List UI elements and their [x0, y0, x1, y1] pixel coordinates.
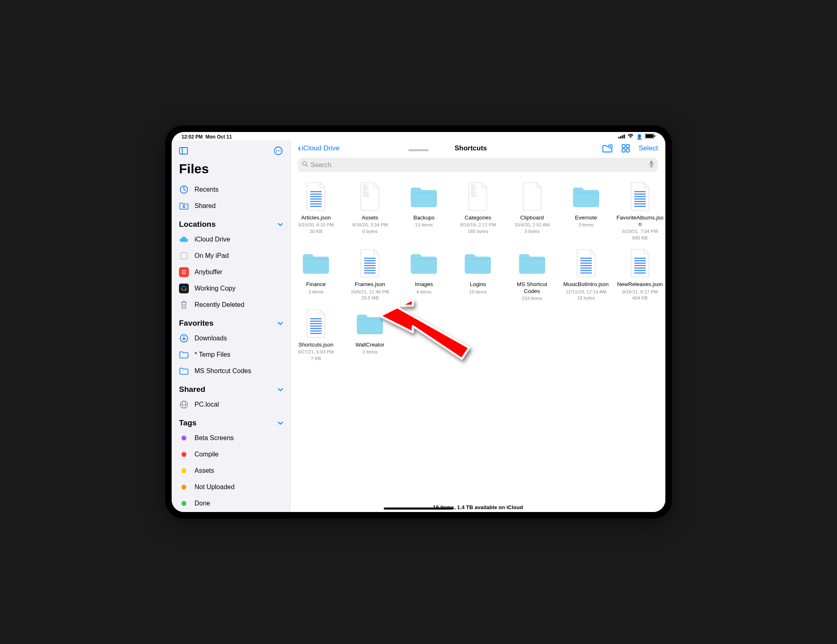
sidebar-item--temp-files[interactable]: * Temp Files [172, 347, 290, 363]
folder-icon [355, 309, 385, 338]
file-icon [463, 182, 492, 211]
search-input[interactable] [311, 161, 647, 169]
view-mode-button[interactable] [622, 144, 630, 152]
status-time: 12:02 PM [181, 134, 203, 140]
file-item[interactable]: Categories8/15/19, 2:11 PM165 bytes [454, 182, 501, 241]
tag-icon [179, 466, 189, 476]
sidebar-item-icloud-drive[interactable]: iCloud Drive [172, 231, 290, 248]
file-name: Clipboard [520, 215, 544, 221]
file-item[interactable]: Evernote3 items [562, 182, 610, 241]
chevron-down-icon [278, 221, 283, 228]
sidebar-item-label: Working Copy [195, 285, 235, 292]
sidebar-item-label: Compile [195, 451, 219, 458]
section-title: Locations [179, 220, 216, 229]
mic-icon[interactable] [649, 161, 654, 169]
file-meta: 4 items [416, 289, 432, 295]
sidebar-item-anybuffer[interactable]: Anybuffer [172, 264, 290, 280]
sidebar-section-locations[interactable]: Locations [172, 214, 290, 231]
file-meta: 10 items [469, 289, 487, 295]
folder-icon [301, 248, 331, 278]
file-item[interactable]: Images4 items [400, 248, 448, 302]
svg-rect-2 [622, 135, 623, 139]
file-name: Backups [413, 215, 434, 221]
folder-icon [571, 182, 601, 211]
file-item[interactable]: MS Shortcut Codes233 items [508, 248, 556, 302]
status-date: Mon Oct 11 [206, 134, 232, 140]
sidebar-item-label: On My iPad [195, 252, 229, 259]
sidebar-item-working-copy[interactable]: Working Copy [172, 280, 290, 297]
svg-rect-33 [626, 145, 629, 148]
svg-rect-34 [622, 149, 625, 152]
sidebar: Files RecentsShared LocationsiCloud Driv… [172, 141, 290, 512]
select-button[interactable]: Select [639, 144, 658, 152]
file-item[interactable]: Shortcuts.json9/27/21, 6:03 PM7 KB [292, 309, 340, 362]
sidebar-section-tags[interactable]: Tags [172, 413, 290, 430]
file-item[interactable]: MusicBotIntro.json12/11/19, 12:14 AM16 b… [562, 248, 610, 302]
sidebar-item-downloads[interactable]: Downloads [172, 330, 290, 347]
file-name: MusicBotIntro.json [563, 281, 609, 288]
sidebar-item-recents[interactable]: Recents [172, 181, 290, 198]
file-meta: 9/16/21, 6:17 PM404 KB [622, 289, 658, 302]
tag-icon [179, 449, 189, 459]
file-item[interactable]: WallCreator2 items [346, 309, 394, 362]
file-name: MS Shortcut Codes [508, 281, 556, 294]
multitask-pill[interactable] [408, 149, 429, 151]
search-field[interactable] [298, 158, 658, 172]
sidebar-item-beta-screens[interactable]: Beta Screens [172, 430, 290, 446]
file-meta: 5/15/20, 4:10 PM20 KB [298, 222, 334, 235]
sidebar-item-label: PC.local [195, 401, 219, 408]
file-name: Finance [306, 281, 326, 288]
folder-icon [409, 248, 439, 278]
file-name: Images [415, 281, 433, 288]
file-item[interactable]: NewReleases.json9/16/21, 6:17 PM404 KB [616, 248, 664, 302]
sidebar-toggle-button[interactable] [179, 147, 188, 157]
app-container: Files RecentsShared LocationsiCloud Driv… [172, 141, 665, 512]
home-indicator[interactable] [384, 508, 453, 510]
section-title: Shared [179, 385, 205, 394]
sidebar-section-shared[interactable]: Shared [172, 379, 290, 396]
sidebar-item-ms-shortcut-codes[interactable]: MS Shortcut Codes [172, 363, 290, 379]
sidebar-item-assets[interactable]: Assets [172, 463, 290, 479]
chevron-left-icon: ‹ [298, 143, 301, 154]
svg-rect-7 [179, 148, 188, 154]
folder-icon [517, 248, 547, 278]
file-meta: 233 items [522, 295, 542, 302]
svg-line-37 [306, 165, 308, 167]
toolbar: ‹ iCloud Drive Shortcuts Select [291, 141, 665, 155]
sidebar-item-pc-local[interactable]: PC.local [172, 396, 290, 413]
sidebar-item-not-uploaded[interactable]: Not Uploaded [172, 479, 290, 495]
sidebar-item-label: Done [195, 500, 210, 507]
file-item[interactable]: Logins10 items [454, 248, 501, 302]
main-content: ‹ iCloud Drive Shortcuts Select Articles… [290, 141, 665, 512]
back-button[interactable]: ‹ iCloud Drive [298, 143, 340, 154]
file-item[interactable]: Backups13 items [400, 182, 448, 241]
file-name: FavoriteAlbums.json [616, 215, 664, 228]
sidebar-item-on-my-ipad[interactable]: On My iPad [172, 248, 290, 264]
sidebar-item-compile[interactable]: Compile [172, 446, 290, 463]
file-item[interactable]: Clipboard10/4/20, 2:52 AM3 bytes [508, 182, 556, 241]
file-item[interactable]: Articles.json5/15/20, 4:10 PM20 KB [292, 182, 340, 241]
file-item[interactable]: Finance3 items [292, 248, 340, 302]
sidebar-item-shared[interactable]: Shared [172, 198, 290, 214]
sidebar-item-label: Assets [195, 467, 214, 474]
file-name: Assets [362, 215, 378, 221]
file-meta: 10/4/20, 2:52 AM3 bytes [514, 222, 550, 235]
file-name: Articles.json [301, 215, 331, 221]
svg-point-14 [183, 205, 185, 207]
sidebar-item-recently-deleted[interactable]: Recently Deleted [172, 297, 290, 313]
svg-rect-5 [646, 134, 653, 138]
file-item[interactable]: Frames.json10/6/21, 11:40 PM29.5 MB [346, 248, 394, 302]
folder-icon [179, 366, 189, 376]
sidebar-item-label: * Temp Files [195, 351, 231, 358]
sidebar-item-label: Recently Deleted [195, 301, 244, 309]
file-item[interactable]: FavoriteAlbums.json6/19/21, 7:04 PM890 K… [616, 182, 664, 241]
sidebar-item-done[interactable]: Done [172, 495, 290, 512]
file-meta: 12/11/19, 12:14 AM16 bytes [566, 289, 606, 302]
file-meta: 6/19/21, 7:04 PM890 KB [622, 228, 658, 241]
file-icon [625, 182, 655, 211]
new-folder-button[interactable] [602, 144, 613, 153]
file-item[interactable]: Assets4/16/20, 3:34 PM6 bytes [346, 182, 394, 241]
more-options-button[interactable] [274, 146, 283, 157]
sidebar-section-favorites[interactable]: Favorites [172, 313, 290, 330]
folder-person-icon [179, 201, 189, 211]
